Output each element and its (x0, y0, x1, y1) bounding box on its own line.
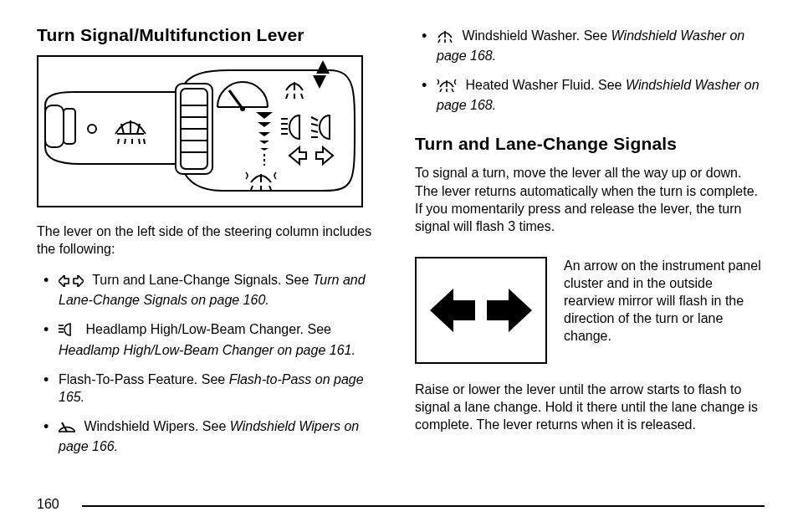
arrow-indicator-figure (415, 257, 547, 364)
list-text: Headlamp High/Low-Beam Changer. See (85, 322, 331, 336)
manual-page: Turn Signal/Multifunction Lever (0, 0, 798, 532)
lever-diagram-svg (38, 57, 361, 206)
right-column: Windshield Washer. See Windshield Washer… (415, 25, 765, 515)
wiper-icon (59, 420, 75, 437)
headlamp-icon (59, 323, 77, 340)
svg-marker-23 (316, 60, 330, 74)
turn-arrows-icon (59, 274, 84, 291)
turn-lane-para2: Raise or lower the lever until the arrow… (415, 381, 765, 433)
lever-diagram (37, 55, 363, 207)
list-text: Heated Washer Fluid. See (465, 78, 626, 92)
list-item: Windshield Washer. See Windshield Washer… (437, 27, 765, 64)
list-item: Windshield Wipers. See Windshield Wipers… (59, 417, 386, 455)
svg-rect-7 (45, 105, 64, 147)
lever-feature-list-cont: Windshield Washer. See Windshield Washer… (415, 27, 765, 125)
page-number: 160 (37, 497, 59, 512)
svg-marker-47 (430, 289, 475, 332)
left-column: Turn Signal/Multifunction Lever (37, 25, 386, 515)
page-footer: 160 (37, 497, 765, 514)
svg-rect-8 (64, 109, 75, 144)
list-item: Headlamp High/Low-Beam Changer. See Head… (59, 320, 386, 358)
list-item: Flash-To-Pass Feature. See Flash-to-Pass… (59, 371, 386, 406)
svg-marker-48 (487, 289, 532, 332)
washer-icon (437, 28, 453, 47)
list-text: Flash-To-Pass Feature. See (59, 372, 229, 386)
heading-turn-lane-change: Turn and Lane-Change Signals (415, 134, 765, 154)
list-ref: Headlamp High/Low-Beam Changer on page 1… (59, 343, 356, 357)
arrow-figure-row: An arrow on the instrument panel cluster… (415, 257, 765, 364)
heading-turn-signal-lever: Turn Signal/Multifunction Lever (37, 25, 386, 45)
list-item: Heated Washer Fluid. See Windshield Wash… (437, 76, 765, 114)
left-arrow-icon (428, 285, 478, 335)
lever-intro-text: The lever on the left side of the steeri… (37, 223, 386, 258)
turn-lane-para1: To signal a turn, move the lever all the… (415, 164, 765, 234)
list-text: Windshield Washer. See (462, 28, 611, 43)
list-text: Windshield Wipers. See (84, 419, 229, 433)
arrow-caption: An arrow on the instrument panel cluster… (564, 257, 765, 345)
list-item: Turn and Lane-Change Signals. See Turn a… (59, 271, 386, 309)
lever-feature-list: Turn and Lane-Change Signals. See Turn a… (37, 271, 386, 467)
svg-point-16 (240, 106, 245, 111)
list-text: Turn and Lane-Change Signals. See (92, 273, 313, 287)
heated-washer-icon (437, 77, 457, 96)
footer-rule (82, 505, 765, 507)
right-arrow-icon (483, 285, 534, 335)
